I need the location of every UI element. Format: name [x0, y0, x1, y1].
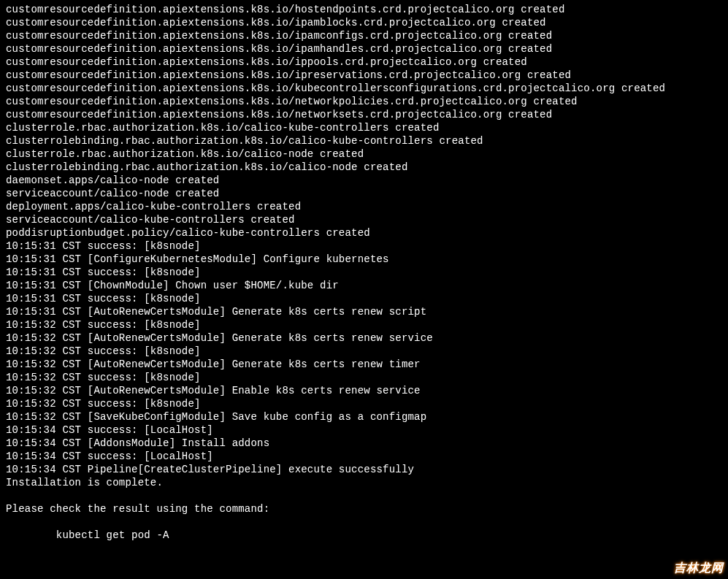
terminal-line: customresourcedefinition.apiextensions.k… [6, 16, 722, 29]
terminal-line: customresourcedefinition.apiextensions.k… [6, 42, 722, 55]
terminal-output[interactable]: customresourcedefinition.apiextensions.k… [6, 3, 722, 555]
terminal-line: customresourcedefinition.apiextensions.k… [6, 108, 722, 121]
terminal-line: 10:15:32 CST [AutoRenewCertsModule] Enab… [6, 384, 722, 397]
terminal-line: 10:15:31 CST success: [k8snode] [6, 239, 722, 253]
terminal-line: Installation is complete. [6, 476, 722, 489]
terminal-line [6, 515, 722, 529]
terminal-line: kubectl get pod -A [6, 529, 722, 542]
terminal-line: serviceaccount/calico-node created [6, 187, 722, 200]
terminal-line: 10:15:32 CST [AutoRenewCertsModule] Gene… [6, 331, 722, 345]
terminal-line: clusterrolebinding.rbac.authorization.k8… [6, 161, 722, 174]
terminal-line: 10:15:31 CST success: [k8snode] [6, 292, 722, 305]
terminal-line: 10:15:32 CST success: [k8snode] [6, 318, 722, 331]
terminal-line: customresourcedefinition.apiextensions.k… [6, 3, 722, 16]
terminal-line: 10:15:34 CST success: [LocalHost] [6, 423, 722, 437]
terminal-line: clusterrole.rbac.authorization.k8s.io/ca… [6, 121, 722, 134]
terminal-line: daemonset.apps/calico-node created [6, 174, 722, 187]
terminal-line: 10:15:32 CST success: [k8snode] [6, 397, 722, 410]
terminal-line: 10:15:32 CST [SaveKubeConfigModule] Save… [6, 410, 722, 423]
terminal-line: deployment.apps/calico-kube-controllers … [6, 200, 722, 213]
terminal-line: clusterrolebinding.rbac.authorization.k8… [6, 134, 722, 147]
terminal-line: serviceaccount/calico-kube-controllers c… [6, 213, 722, 226]
terminal-line: 10:15:34 CST [AddonsModule] Install addo… [6, 437, 722, 450]
terminal-line: 10:15:32 CST [AutoRenewCertsModule] Gene… [6, 358, 722, 371]
terminal-line: 10:15:32 CST success: [k8snode] [6, 345, 722, 358]
watermark-text: 吉林龙网 [674, 561, 724, 575]
terminal-line: 10:15:31 CST [AutoRenewCertsModule] Gene… [6, 305, 722, 318]
terminal-line: 10:15:31 CST success: [k8snode] [6, 266, 722, 279]
terminal-line: 10:15:32 CST success: [k8snode] [6, 371, 722, 384]
terminal-line: customresourcedefinition.apiextensions.k… [6, 69, 722, 82]
terminal-line: 10:15:31 CST [ChownModule] Chown user $H… [6, 279, 722, 292]
terminal-line: 10:15:31 CST [ConfigureKubernetesModule]… [6, 253, 722, 266]
terminal-line: Please check the result using the comman… [6, 502, 722, 515]
terminal-line: 10:15:34 CST success: [LocalHost] [6, 450, 722, 463]
terminal-line: poddisruptionbudget.policy/calico-kube-c… [6, 226, 722, 239]
terminal-line: customresourcedefinition.apiextensions.k… [6, 95, 722, 108]
terminal-line: customresourcedefinition.apiextensions.k… [6, 82, 722, 95]
terminal-line: 10:15:34 CST Pipeline[CreateClusterPipel… [6, 463, 722, 476]
terminal-line: customresourcedefinition.apiextensions.k… [6, 55, 722, 69]
terminal-line [6, 542, 722, 555]
terminal-line [6, 489, 722, 502]
terminal-line: clusterrole.rbac.authorization.k8s.io/ca… [6, 147, 722, 161]
terminal-line: customresourcedefinition.apiextensions.k… [6, 29, 722, 42]
